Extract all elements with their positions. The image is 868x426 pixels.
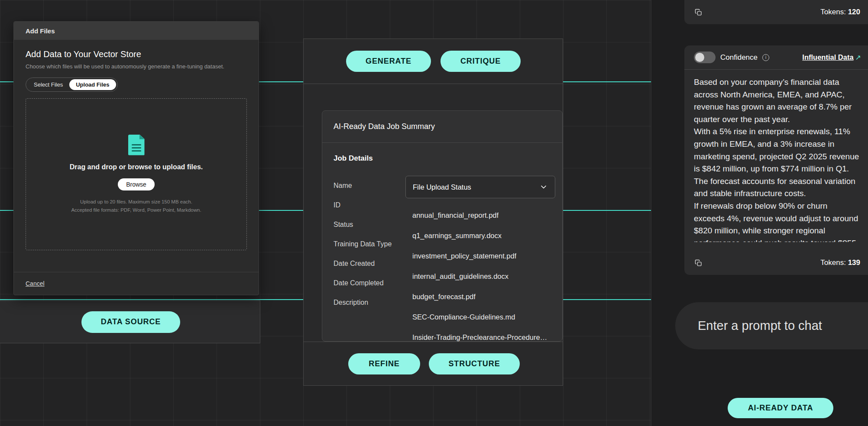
copy-icon xyxy=(695,259,702,267)
file-name: annual_financial_report.pdf xyxy=(412,211,499,219)
field-label-id: ID xyxy=(334,201,405,209)
field-label-date-created: Date Created xyxy=(334,260,405,268)
external-link-icon: ↗ xyxy=(855,53,861,61)
file-name: Insider-Trading-Preclearance-Procedures.… xyxy=(412,333,548,341)
confidence-header: Confidence i Influential Data ↗ xyxy=(684,45,868,70)
prompt-placeholder: Enter a prompt to chat xyxy=(698,319,822,333)
file-list-item[interactable]: q1_earnings_summary.docx xyxy=(405,226,555,246)
generate-button[interactable]: GENERATE xyxy=(346,51,431,72)
job-summary-body: Job Details Name ID Status Training Data… xyxy=(322,143,562,341)
cancel-link[interactable]: Cancel xyxy=(26,280,45,287)
tokens-value: 120 xyxy=(848,8,860,16)
copy-icon xyxy=(695,9,702,16)
file-list-item[interactable]: internal_audit_guidelines.docx xyxy=(405,266,555,287)
dropzone-instruction: Drag and drop or browse to upload files. xyxy=(70,163,203,171)
data-source-node: DATA SOURCE xyxy=(0,300,260,343)
ai-ready-data-button[interactable]: AI-READY DATA xyxy=(728,398,833,418)
file-name: q1_earnings_summary.docx xyxy=(412,232,502,240)
field-label-name: Name xyxy=(334,182,405,190)
file-upload-status-dropdown[interactable]: File Upload Status xyxy=(405,176,555,198)
add-files-modal: Add Files Add Data to Your Vector Store … xyxy=(13,21,259,295)
assistant-response-text: Based on your company’s financial data a… xyxy=(684,70,868,242)
modal-title-bar: Add Files xyxy=(14,22,259,40)
field-label-training-data-type: Training Data Type xyxy=(334,240,405,248)
vector-store-title: Add Data to Your Vector Store xyxy=(26,49,247,59)
flow-canvas: Add Files Add Data to Your Vector Store … xyxy=(0,0,868,426)
copy-button[interactable] xyxy=(695,9,702,16)
vector-store-subtitle: Choose which files will be used to auton… xyxy=(26,63,247,70)
response-paragraph: Based on your company’s financial data a… xyxy=(694,76,859,126)
file-name: investment_policy_statement.pdf xyxy=(412,252,516,260)
response-paragraph: If renewals drop below 90% or churn exce… xyxy=(694,200,859,242)
chevron-down-icon xyxy=(539,183,548,191)
file-name: budget_forecast.pdf xyxy=(412,293,476,301)
token-count: Tokens: 120 xyxy=(820,8,860,16)
browse-button[interactable]: Browse xyxy=(118,178,155,190)
prompt-input[interactable]: Enter a prompt to chat xyxy=(675,302,868,349)
field-label-status: Status xyxy=(334,221,405,229)
response-tokens-bar: Tokens: 120 xyxy=(684,0,868,24)
influential-data-link[interactable]: Influential Data ↗ xyxy=(802,53,861,61)
confidence-toggle[interactable] xyxy=(694,52,716,63)
modal-header-label: Add Files xyxy=(26,27,55,35)
job-summary-card: AI-Ready Data Job Summary Job Details Na… xyxy=(322,110,563,342)
job-details-heading: Job Details xyxy=(334,154,555,163)
toggle-knob xyxy=(695,53,704,62)
tab-select-files[interactable]: Select Files xyxy=(27,79,69,90)
file-list-item[interactable]: investment_policy_statement.pdf xyxy=(405,246,555,266)
hint-line-1: Upload up to 20 files. Maximum size 150 … xyxy=(80,199,192,204)
confidence-response-card: Confidence i Influential Data ↗ Based on… xyxy=(684,45,868,275)
dropdown-selected-value: File Upload Status xyxy=(413,183,471,191)
pipeline-node: GENERATE CRITIQUE AI-Ready Data Job Summ… xyxy=(303,39,563,386)
critique-button[interactable]: CRITIQUE xyxy=(440,51,521,72)
file-list-item[interactable]: Insider-Trading-Preclearance-Procedures.… xyxy=(405,327,555,341)
job-summary-title: AI-Ready Data Job Summary xyxy=(322,111,562,143)
tab-upload-files[interactable]: Upload Files xyxy=(69,79,116,90)
pipeline-body: AI-Ready Data Job Summary Job Details Na… xyxy=(304,84,563,342)
refine-button[interactable]: REFINE xyxy=(348,353,420,374)
tokens-value: 139 xyxy=(848,258,860,267)
data-source-button[interactable]: DATA SOURCE xyxy=(81,311,180,333)
document-icon xyxy=(128,135,145,155)
tokens-label: Tokens: xyxy=(820,258,846,267)
confidence-label: Confidence xyxy=(720,53,758,62)
tokens-label: Tokens: xyxy=(820,8,846,16)
info-icon[interactable]: i xyxy=(762,54,769,61)
confidence-footer: Tokens: 139 xyxy=(684,251,868,275)
file-name: internal_audit_guidelines.docx xyxy=(412,272,508,281)
field-label-description: Description xyxy=(334,299,405,307)
uploaded-file-list: annual_financial_report.pdf q1_earnings_… xyxy=(405,205,555,341)
hint-line-2: Accepted file formats: PDF, Word, Power … xyxy=(71,207,201,213)
file-list-item[interactable]: budget_forecast.pdf xyxy=(405,287,555,307)
pipeline-top-actions: GENERATE CRITIQUE xyxy=(304,39,563,84)
pipeline-bottom-actions: REFINE STRUCTURE xyxy=(304,342,563,385)
file-dropzone[interactable]: Drag and drop or browse to upload files.… xyxy=(26,98,247,250)
file-list-item[interactable]: SEC-Compliance-Guidelines.md xyxy=(405,307,555,327)
response-paragraph: With a 5% rise in enterprise renewals, 1… xyxy=(694,126,859,200)
copy-button[interactable] xyxy=(695,259,702,267)
influential-data-label: Influential Data xyxy=(802,53,853,61)
file-source-tab-group: Select Files Upload Files xyxy=(26,77,118,92)
file-name: SEC-Compliance-Guidelines.md xyxy=(412,313,515,321)
upload-constraints-hint: Upload up to 20 files. Maximum size 150 … xyxy=(71,198,201,214)
job-field-labels: Name ID Status Training Data Type Date C… xyxy=(334,176,405,341)
token-count: Tokens: 139 xyxy=(820,258,860,267)
field-label-date-completed: Date Completed xyxy=(334,279,405,287)
structure-button[interactable]: STRUCTURE xyxy=(429,353,520,374)
modal-body: Add Data to Your Vector Store Choose whi… xyxy=(14,40,259,272)
file-list-item[interactable]: annual_financial_report.pdf xyxy=(405,205,555,226)
modal-footer: Cancel xyxy=(14,272,259,295)
